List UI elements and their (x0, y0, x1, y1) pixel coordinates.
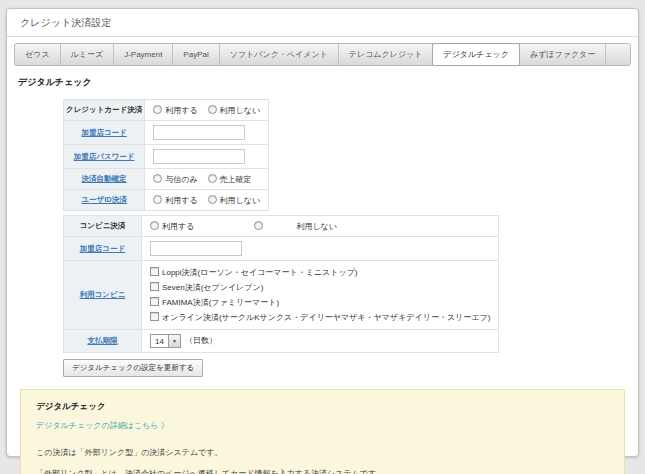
radio-auth-only-label: 与信のみ (165, 175, 197, 184)
store-option-famima: FAMIMA決済(ファミリーマート) (150, 295, 490, 310)
merchant-code-link[interactable]: 加盟店コード (81, 128, 126, 137)
use-option: 利用する (153, 106, 197, 115)
capture-option: 売上確定 (208, 175, 252, 184)
page-title: クレジット決済設定 (7, 9, 638, 37)
table-row: クレジットカード決済 利用する利用しない (64, 100, 269, 121)
radio-not-use[interactable] (254, 221, 263, 230)
radio-auth-only[interactable] (153, 174, 162, 183)
not-use-option: 利用しない (208, 196, 261, 205)
checkbox-famima-label: FAMIMA決済(ファミリーマート) (162, 298, 279, 307)
radio-not-use-label: 利用しない (220, 196, 261, 205)
table-row: 加盟店パスワード (64, 145, 269, 169)
credit-card-payment-label: クレジットカード決済 (64, 100, 145, 121)
radio-use-label: 利用する (162, 222, 194, 231)
radio-use[interactable] (153, 195, 162, 204)
user-id-payment-link[interactable]: ユーザID決済 (81, 195, 126, 204)
section-heading: デジタルチェック (18, 76, 630, 89)
table-row: 加盟店コード (64, 237, 499, 261)
checkbox-seven-label: Seven決済(セブンイレブン) (162, 283, 263, 292)
payment-deadline-link[interactable]: 支払期限 (88, 336, 118, 345)
radio-not-use-label: 利用しない (220, 106, 261, 115)
table-row: 決済自動確定 与信のみ売上確定 (64, 169, 269, 190)
use-option: 利用する (153, 196, 197, 205)
tab-mizuho-factor[interactable]: みずほファクター (520, 44, 606, 65)
checkbox-loppi[interactable] (150, 267, 159, 276)
radio-not-use[interactable] (208, 105, 217, 114)
not-use-option: 利用しない (208, 106, 261, 115)
radio-capture-label: 売上確定 (220, 175, 252, 184)
radio-use-label: 利用する (165, 106, 197, 115)
table-row: 加盟店コード (64, 121, 269, 145)
info-box: デジタルチェック デジタルチェックの詳細はこちら 》 この決済は「外部リンク型」… (20, 389, 625, 474)
detail-link[interactable]: デジタルチェックの詳細はこちら 》 (36, 420, 169, 431)
tab-zeus[interactable]: ゼウス (15, 44, 61, 65)
merchant-password-link[interactable]: 加盟店パスワード (74, 152, 135, 161)
info-line: この決済は「外部リンク型」の決済システムです。 (36, 447, 609, 458)
checkbox-online[interactable] (150, 312, 159, 321)
payment-deadline-suffix: （日数） (185, 336, 217, 345)
checkbox-loppi-label: Loppi決済(ローソン・セイコーマート・ミニストップ) (162, 268, 358, 277)
radio-use-label: 利用する (165, 196, 197, 205)
settings-panel: クレジット決済設定 ゼウス ルミーズ J-Payment PayPal ソフトバ… (6, 8, 639, 457)
tab-j-payment[interactable]: J-Payment (114, 44, 173, 65)
stores-link[interactable]: 利用コンビニ (80, 290, 126, 299)
payment-deadline-value: 14 (151, 335, 168, 347)
checkbox-online-label: オンライン決済(サークルKサンクス・デイリーヤマザキ・ヤマザキデイリー・スリーエ… (162, 313, 490, 322)
store-option-online: オンライン決済(サークルKサンクス・デイリーヤマザキ・ヤマザキデイリー・スリーエ… (150, 310, 490, 325)
radio-use[interactable] (153, 105, 162, 114)
info-line: 「外部リンク型」とは、決済会社のページへ遷移してカード情報を入力する決済システム… (36, 468, 609, 474)
merchant-password-input[interactable] (153, 149, 245, 164)
table-row: コンビニ決済 利用する利用しない (64, 216, 499, 237)
konbini-merchant-code-input[interactable] (150, 241, 242, 256)
merchant-code-input[interactable] (153, 125, 245, 140)
radio-not-use-label: 利用しない (296, 222, 337, 231)
tab-digital-check-active[interactable]: デジタルチェック (432, 43, 520, 66)
tab-remise[interactable]: ルミーズ (61, 44, 115, 65)
store-option-seven: Seven決済(セブンイレブン) (150, 280, 490, 295)
table-row: ユーザID決済 利用する利用しない (64, 190, 269, 211)
radio-capture[interactable] (208, 174, 217, 183)
info-box-title: デジタルチェック (36, 401, 609, 413)
credit-card-settings-table: クレジットカード決済 利用する利用しない 加盟店コード 加盟店パスワード 決済自… (63, 99, 269, 211)
auth-only-option: 与信のみ (153, 175, 197, 184)
konbini-payment-label: コンビニ決済 (64, 216, 142, 237)
payment-provider-tabs: ゼウス ルミーズ J-Payment PayPal ソフトバンク・ペイメント テ… (14, 43, 631, 66)
checkbox-famima[interactable] (150, 297, 159, 306)
auto-capture-link[interactable]: 決済自動確定 (82, 174, 127, 183)
tab-content: デジタルチェック クレジットカード決済 利用する利用しない 加盟店コード 加盟店… (7, 66, 638, 474)
update-settings-button[interactable]: デジタルチェックの設定を更新する (63, 359, 203, 377)
radio-use[interactable] (150, 221, 159, 230)
tab-softbank-payment[interactable]: ソフトバンク・ペイメント (220, 44, 339, 65)
checkbox-seven[interactable] (150, 282, 159, 291)
konbini-merchant-code-link[interactable]: 加盟店コード (80, 244, 125, 253)
table-row: 利用コンビニ Loppi決済(ローソン・セイコーマート・ミニストップ) Seve… (64, 261, 499, 330)
payment-deadline-select[interactable]: 14▼ (150, 334, 181, 348)
tab-telecom-credit[interactable]: テレコムクレジット (339, 44, 434, 65)
tab-paypal[interactable]: PayPal (173, 44, 219, 65)
radio-not-use[interactable] (208, 195, 217, 204)
konbini-settings-table: コンビニ決済 利用する利用しない 加盟店コード 利用コンビニ Loppi決済(ロ… (63, 215, 499, 353)
store-option-loppi: Loppi決済(ローソン・セイコーマート・ミニストップ) (150, 265, 490, 280)
table-row: 支払期限 14▼（日数） (64, 330, 499, 353)
dropdown-arrow-icon: ▼ (168, 335, 180, 347)
